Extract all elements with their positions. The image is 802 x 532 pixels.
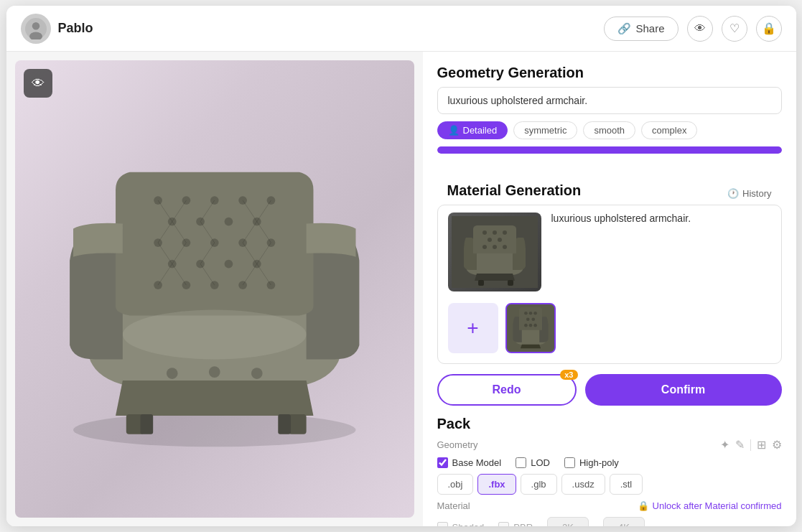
svg-point-41 [482,245,487,249]
edit-icon[interactable]: ✎ [735,438,745,452]
svg-point-3 [73,414,355,447]
res-2k-button[interactable]: 2K [547,517,589,526]
username: Pablo [58,21,93,36]
settings-icon[interactable]: ⚙ [772,438,782,452]
high-poly-input[interactable] [564,457,575,468]
high-poly-checkbox[interactable]: High-poly [564,457,619,468]
svg-rect-44 [478,280,484,286]
tag-smooth[interactable]: smooth [583,121,635,139]
pack-icons: ✦ ✎ ⊞ ⚙ [720,438,782,452]
format-row: .obj .fbx .glb .usdz .stl [437,474,782,495]
geometry-label: Geometry [437,439,478,450]
lock-button[interactable]: 🔒 [756,16,782,42]
link-icon: 🔗 [617,22,631,35]
tag-complex[interactable]: complex [641,121,697,139]
pbr-input[interactable] [498,522,509,526]
confirm-button[interactable]: Confirm [585,374,782,406]
vertical-divider [750,439,751,451]
svg-rect-28 [289,415,307,435]
svg-point-49 [533,312,537,315]
shaded-row: Shaded PBR 2K 4K [437,517,782,526]
tag-row: 👤 Detailed symmetric smooth complex [437,121,782,139]
svg-point-43 [503,245,507,249]
svg-point-4 [154,197,162,205]
progress-fill [437,146,782,154]
svg-point-31 [123,310,307,360]
lod-checkbox[interactable]: LOD [516,457,550,468]
person-icon: 👤 [448,125,460,136]
avatar [21,14,51,44]
pbr-checkbox[interactable]: PBR [498,517,533,526]
format-fbx[interactable]: .fbx [477,474,516,495]
pack-row-geometry: Geometry ✦ ✎ ⊞ ⚙ [437,438,782,452]
geometry-checkboxes: Base Model LOD High-poly [437,457,782,468]
svg-point-33 [209,367,220,378]
svg-point-53 [528,324,532,327]
action-row: Redo x3 Confirm [437,374,782,406]
svg-point-5 [182,197,190,205]
right-panel: Geometry Generation luxurious upholstere… [423,52,796,526]
redo-badge: x3 [560,370,577,380]
main-content: 👁 [6,52,796,526]
geometry-title: Geometry Generation [437,65,782,81]
material-header: Material Generation 🕐 History [437,177,782,205]
redo-button[interactable]: Redo x3 [437,374,577,406]
tag-symmetric[interactable]: symmetric [513,121,577,139]
pack-row-material: Material 🔒 Unlock after Material confirm… [437,500,782,511]
svg-point-32 [167,368,178,380]
selected-material-thumb [507,304,554,352]
pack-section: Pack Geometry ✦ ✎ ⊞ ⚙ Base Model [437,416,782,526]
material-section: Material Generation 🕐 History [437,177,782,364]
base-model-checkbox[interactable]: Base Model [437,457,502,468]
heart-icon: ♡ [729,22,740,35]
lod-input[interactable] [516,457,526,468]
app-header: Pablo 🔗 Share 👁 ♡ 🔒 [6,6,796,52]
grid-icon[interactable]: ⊞ [757,438,766,452]
svg-point-52 [524,324,528,327]
geometry-section: Geometry Generation luxurious upholstere… [437,65,782,154]
svg-point-39 [488,238,492,242]
view-toggle-button[interactable]: 👁 [24,69,52,98]
svg-point-34 [251,368,263,380]
tag-detailed[interactable]: 👤 Detailed [437,121,508,139]
thumb-chair [452,216,538,288]
header-actions: 🔗 Share 👁 ♡ 🔒 [604,16,781,42]
heart-button[interactable]: ♡ [722,16,747,42]
svg-point-11 [224,218,233,226]
shaded-checkbox[interactable]: Shaded [437,517,485,526]
svg-rect-45 [508,280,513,286]
progress-bar [437,146,782,154]
svg-rect-30 [278,415,291,435]
material-title: Material Generation [447,182,582,199]
res-4k-button[interactable]: 4K [603,517,645,526]
format-glb[interactable]: .glb [521,474,557,495]
svg-point-6 [210,197,219,205]
svg-point-42 [493,245,497,249]
svg-point-40 [498,238,502,242]
lock-icon: 🔒 [762,22,776,35]
material-card: luxurious upholstered armchair. + [437,205,782,364]
svg-point-36 [482,230,487,235]
format-stl[interactable]: .stl [610,474,643,495]
add-material-option[interactable]: + [448,303,498,353]
share-button[interactable]: 🔗 Share [604,17,678,41]
material-prompt-text: luxurious upholstered armchair. [551,213,771,224]
svg-point-20 [224,260,233,269]
svg-rect-29 [140,415,153,435]
clock-icon: 🕐 [727,188,739,199]
format-obj[interactable]: .obj [437,474,474,495]
selected-material-option[interactable] [505,303,556,353]
eye-viewer-icon: 👁 [32,76,45,91]
sparkle-icon[interactable]: ✦ [720,438,729,452]
chair-3d-model [31,78,398,499]
svg-point-1 [32,22,39,30]
eye-button[interactable]: 👁 [687,16,713,42]
material-label: Material [437,500,470,511]
svg-point-54 [533,324,537,327]
format-usdz[interactable]: .usdz [561,474,605,495]
base-model-input[interactable] [437,457,448,468]
history-button[interactable]: 🕐 History [727,188,771,199]
shaded-input[interactable] [437,522,448,526]
svg-point-51 [531,317,535,321]
svg-point-48 [528,312,532,315]
